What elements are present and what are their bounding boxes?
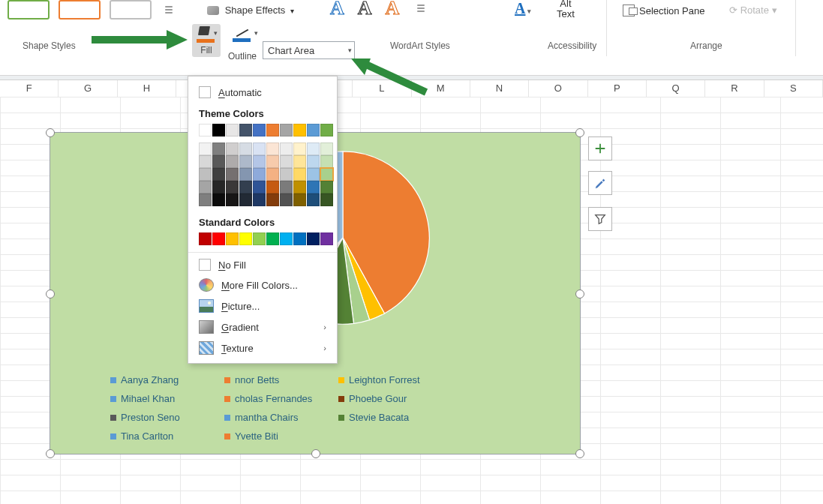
color-swatch[interactable] — [280, 168, 293, 181]
color-swatch[interactable] — [239, 181, 252, 194]
color-swatch[interactable] — [212, 168, 225, 181]
color-swatch[interactable] — [253, 142, 266, 155]
color-swatch[interactable] — [226, 194, 239, 206]
color-swatch[interactable] — [280, 124, 293, 136]
fill-button[interactable]: ▾ Fill — [192, 24, 221, 57]
color-swatch[interactable] — [266, 232, 279, 245]
color-swatch[interactable] — [293, 181, 306, 194]
color-swatch[interactable] — [293, 155, 306, 168]
color-swatch[interactable] — [226, 181, 239, 194]
color-swatch[interactable] — [226, 232, 239, 245]
color-swatch[interactable] — [307, 155, 320, 168]
color-swatch[interactable] — [199, 155, 212, 168]
standard-colors-row[interactable] — [188, 231, 337, 250]
color-swatch[interactable] — [212, 155, 225, 168]
picture-fill-option[interactable]: Picture... — [188, 296, 337, 316]
shape-effects-button[interactable]: Shape Effects ▾ — [207, 4, 294, 16]
column-header[interactable]: P — [588, 80, 647, 97]
color-swatch[interactable] — [199, 142, 212, 155]
column-header[interactable]: M — [412, 80, 470, 97]
text-fill-button[interactable]: A▾ — [515, 0, 531, 17]
gallery-more-icon[interactable] — [165, 6, 173, 14]
color-swatch[interactable] — [293, 124, 306, 136]
color-swatch[interactable] — [307, 181, 320, 194]
column-header[interactable]: G — [59, 80, 117, 97]
color-swatch[interactable] — [266, 142, 279, 155]
color-swatch[interactable] — [253, 232, 266, 245]
wordart-style-a[interactable]: A — [330, 0, 344, 20]
color-swatch[interactable] — [239, 142, 252, 155]
alt-text-button[interactable]: Alt Text — [557, 0, 575, 20]
no-fill-option[interactable]: No Fill — [188, 255, 337, 274]
color-swatch[interactable] — [199, 181, 212, 194]
color-swatch[interactable] — [266, 168, 279, 181]
resize-handle[interactable] — [575, 449, 584, 458]
color-swatch[interactable] — [320, 194, 333, 206]
color-swatch[interactable] — [320, 181, 333, 194]
color-swatch[interactable] — [307, 168, 320, 181]
color-swatch[interactable] — [226, 155, 239, 168]
color-swatch[interactable] — [266, 181, 279, 194]
column-header[interactable]: L — [353, 80, 411, 97]
color-swatch[interactable] — [280, 155, 293, 168]
column-header[interactable]: R — [705, 80, 764, 97]
color-swatch[interactable] — [226, 168, 239, 181]
color-swatch[interactable] — [199, 168, 212, 181]
color-swatch[interactable] — [239, 168, 252, 181]
texture-fill-option[interactable]: Texture › — [188, 338, 337, 358]
resize-handle[interactable] — [311, 449, 320, 458]
color-swatch[interactable] — [280, 194, 293, 206]
color-swatch[interactable] — [266, 155, 279, 168]
color-swatch[interactable] — [212, 232, 225, 245]
chart-filters-button[interactable] — [588, 207, 612, 231]
chart-elements-button[interactable] — [588, 136, 612, 160]
color-swatch[interactable] — [199, 124, 212, 136]
column-header[interactable]: F — [0, 80, 59, 97]
color-swatch[interactable] — [293, 142, 306, 155]
column-headers[interactable]: FGHIJKLMNOPQRS — [0, 80, 823, 98]
resize-handle[interactable] — [46, 290, 55, 298]
color-swatch[interactable] — [212, 142, 225, 155]
wordart-style-a[interactable]: A — [386, 0, 400, 20]
color-swatch[interactable] — [253, 124, 266, 136]
gradient-fill-option[interactable]: Gradient › — [188, 316, 337, 338]
resize-handle[interactable] — [575, 128, 584, 137]
color-swatch[interactable] — [239, 124, 252, 136]
column-header[interactable]: N — [470, 80, 529, 97]
color-swatch[interactable] — [320, 232, 333, 245]
more-fill-colors-option[interactable]: More Fill Colors... — [188, 274, 337, 296]
color-swatch[interactable] — [212, 194, 225, 206]
color-swatch[interactable] — [280, 181, 293, 194]
column-header[interactable]: H — [118, 80, 176, 97]
color-swatch[interactable] — [253, 168, 266, 181]
selection-pane-button[interactable]: Selection Pane — [623, 4, 704, 16]
color-swatch[interactable] — [280, 142, 293, 155]
color-swatch[interactable] — [253, 155, 266, 168]
shape-style-swatch[interactable] — [8, 0, 50, 20]
color-swatch[interactable] — [320, 142, 333, 155]
color-swatch[interactable] — [293, 232, 306, 245]
color-swatch[interactable] — [266, 124, 279, 136]
color-swatch[interactable] — [307, 232, 320, 245]
chart-styles-button[interactable] — [588, 171, 612, 195]
color-swatch[interactable] — [320, 168, 333, 181]
color-swatch[interactable] — [239, 232, 252, 245]
theme-colors-shades[interactable] — [188, 141, 337, 211]
color-swatch[interactable] — [320, 124, 333, 136]
color-swatch[interactable] — [293, 194, 306, 206]
resize-handle[interactable] — [46, 449, 55, 458]
wordart-gallery[interactable]: A A A — [330, 0, 425, 20]
color-swatch[interactable] — [253, 181, 266, 194]
color-swatch[interactable] — [199, 232, 212, 245]
shape-style-swatch[interactable] — [59, 0, 101, 20]
shape-style-swatch[interactable] — [110, 0, 152, 20]
color-swatch[interactable] — [199, 194, 212, 206]
shape-style-gallery[interactable] — [8, 0, 173, 20]
color-swatch[interactable] — [293, 168, 306, 181]
gallery-more-icon[interactable] — [417, 4, 425, 12]
color-swatch[interactable] — [307, 124, 320, 136]
fill-color-dropdown[interactable]: Automatic Theme Colors Standard Colors N… — [188, 76, 338, 364]
resize-handle[interactable] — [575, 290, 584, 298]
outline-button[interactable]: ▾ Outline — [228, 26, 257, 62]
color-swatch[interactable] — [307, 142, 320, 155]
